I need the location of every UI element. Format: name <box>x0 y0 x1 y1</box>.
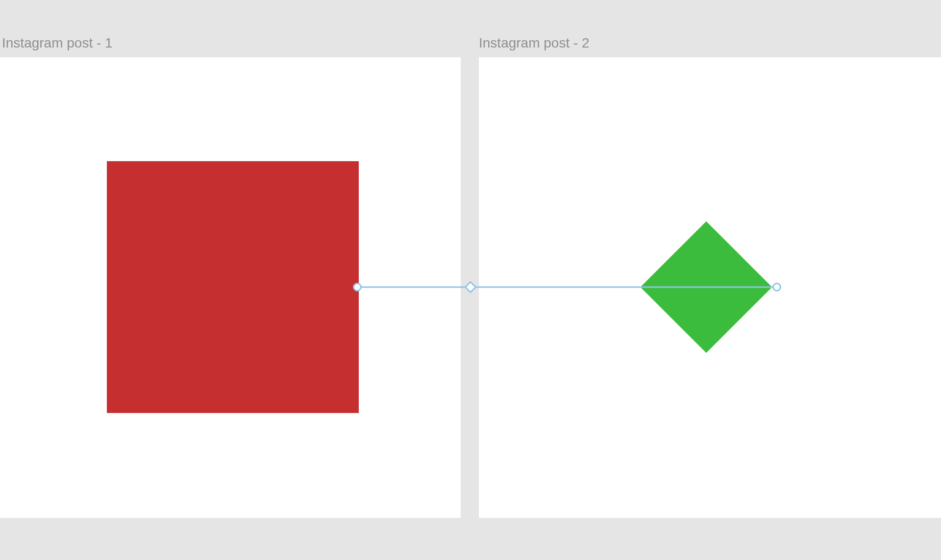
design-canvas[interactable]: Instagram post - 1 Instagram post - 2 <box>0 0 941 560</box>
red-square-shape[interactable] <box>107 161 359 413</box>
frame-label-2[interactable]: Instagram post - 2 <box>479 36 590 50</box>
frame-label-1[interactable]: Instagram post - 1 <box>2 36 113 50</box>
connector-start-handle[interactable] <box>353 283 362 292</box>
connector-end-handle[interactable] <box>772 283 781 292</box>
connector-waypoint-handle[interactable] <box>464 281 476 293</box>
